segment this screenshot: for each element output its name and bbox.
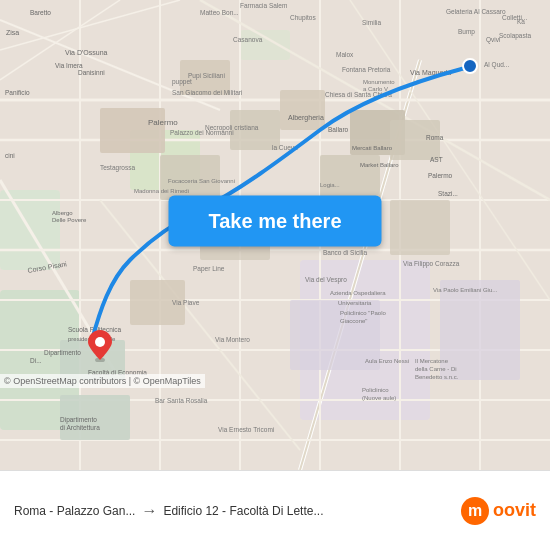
svg-rect-5 [240,30,290,60]
origin-marker [462,58,478,74]
svg-text:puppet: puppet [172,78,192,86]
svg-text:Ka: Ka [517,18,525,25]
svg-text:Via del Vespro: Via del Vespro [305,276,347,284]
svg-text:Focacceria San Giovanni: Focacceria San Giovanni [168,178,235,184]
svg-text:Similia: Similia [362,19,382,26]
svg-text:Logia...: Logia... [320,182,340,188]
moovit-logo: m oovit [461,497,536,525]
svg-text:Market Ballaro: Market Ballaro [360,162,399,168]
svg-text:Dipartimento: Dipartimento [60,416,97,424]
svg-text:Baretto: Baretto [30,9,51,16]
svg-text:Paper Line: Paper Line [193,265,225,273]
svg-text:Casanova: Casanova [233,36,263,43]
svg-text:Aula Enzo Nessi: Aula Enzo Nessi [365,358,409,364]
svg-text:Bump: Bump [458,28,475,36]
svg-text:Fontana Pretoria: Fontana Pretoria [342,66,391,73]
svg-point-119 [95,337,105,347]
svg-text:Necropoli cristiana: Necropoli cristiana [205,124,259,132]
svg-text:Chiesa di Santa Chiara: Chiesa di Santa Chiara [325,91,392,98]
svg-text:Al Qud...: Al Qud... [484,61,509,69]
svg-text:Via Piave: Via Piave [172,299,200,306]
svg-text:Dipartimento: Dipartimento [44,349,81,357]
svg-text:a Carlo V: a Carlo V [363,86,388,92]
svg-text:Madonna dei Rimedi: Madonna dei Rimedi [134,188,189,194]
svg-text:Giaccone": Giaccone" [340,318,367,324]
svg-text:Banco di Sicilia: Banco di Sicilia [323,249,367,256]
take-me-there-button[interactable]: Take me there [168,195,381,246]
svg-rect-29 [100,108,165,153]
map-container: Palermo Albergheria Palazzo dei Normanni… [0,0,550,470]
svg-text:Delle Povere: Delle Povere [52,217,87,223]
svg-text:Mercati Ballaro: Mercati Ballaro [352,145,393,151]
svg-text:(Nuove aule): (Nuove aule) [362,395,396,401]
svg-text:Universitaria: Universitaria [338,300,372,306]
svg-text:San Giacomo dei Militari: San Giacomo dei Militari [172,89,242,96]
svg-text:Via Ernesto Tricomi: Via Ernesto Tricomi [218,426,274,433]
svg-text:Zisa: Zisa [6,29,19,36]
svg-rect-39 [390,200,450,255]
svg-text:Benedetto s.n.c.: Benedetto s.n.c. [415,374,459,380]
svg-text:Monumento: Monumento [363,79,395,85]
svg-text:Palermo: Palermo [148,118,178,127]
svg-text:Palermo: Palermo [428,172,453,179]
svg-text:Albergheria: Albergheria [288,114,324,122]
svg-text:Via Maqueda: Via Maqueda [410,69,451,77]
destination-label: Edificio 12 - Facoltà Di Lette... [163,504,323,518]
svg-text:Gelateria Al Cassaro: Gelateria Al Cassaro [446,8,506,15]
svg-text:della Carne - Di: della Carne - Di [415,366,457,372]
svg-text:Via Paolo Emiliani Giu...: Via Paolo Emiliani Giu... [433,287,498,293]
svg-text:Stazi...: Stazi... [438,190,458,197]
svg-text:Albergo: Albergo [52,210,73,216]
svg-text:Di...: Di... [30,357,42,364]
svg-text:Matteo Bon...: Matteo Bon... [200,9,239,16]
origin-label: Roma - Palazzo Gan... [14,504,135,518]
svg-text:Farmacia Salem: Farmacia Salem [240,2,287,9]
svg-text:Via Filippo Corazza: Via Filippo Corazza [403,260,460,268]
bottom-bar: Roma - Palazzo Gan... → Edificio 12 - Fa… [0,470,550,550]
svg-text:Roma: Roma [426,134,444,141]
moovit-logo-icon: m [461,497,489,525]
moovit-logo-text: oovit [493,500,536,521]
svg-text:Bar Santa Rosalia: Bar Santa Rosalia [155,397,208,404]
svg-text:Scolapasta: Scolapasta [499,32,532,40]
svg-text:Chupitos: Chupitos [290,14,316,22]
svg-text:Via Imera: Via Imera [55,62,83,69]
map-copyright: © OpenStreetMap contributors | © OpenMap… [0,374,205,388]
svg-text:Panificio: Panificio [5,89,30,96]
route-info: Roma - Palazzo Gan... → Edificio 12 - Fa… [14,502,461,520]
destination-marker [88,330,112,366]
svg-text:Danisinni: Danisinni [78,69,105,76]
svg-text:la Cueva: la Cueva [272,144,298,151]
svg-text:Malox: Malox [336,51,354,58]
svg-text:Azienda Ospedaliera: Azienda Ospedaliera [330,290,386,296]
svg-text:Via D'Ossuna: Via D'Ossuna [65,49,108,56]
svg-text:cini: cini [5,152,15,159]
svg-rect-42 [440,280,520,380]
svg-text:di Architettura: di Architettura [60,424,100,431]
svg-text:Pupi Siciliani: Pupi Siciliani [188,72,225,80]
svg-text:Ballaro: Ballaro [328,126,349,133]
svg-text:Via Montero: Via Montero [215,336,250,343]
svg-text:Policlinico "Paolo: Policlinico "Paolo [340,310,386,316]
route-arrow-icon: → [141,502,157,520]
svg-text:Il Mercatone: Il Mercatone [415,358,449,364]
svg-rect-31 [280,90,325,130]
svg-text:Policlinico: Policlinico [362,387,389,393]
svg-text:AST: AST [430,156,443,163]
svg-text:Testagrossa: Testagrossa [100,164,135,172]
